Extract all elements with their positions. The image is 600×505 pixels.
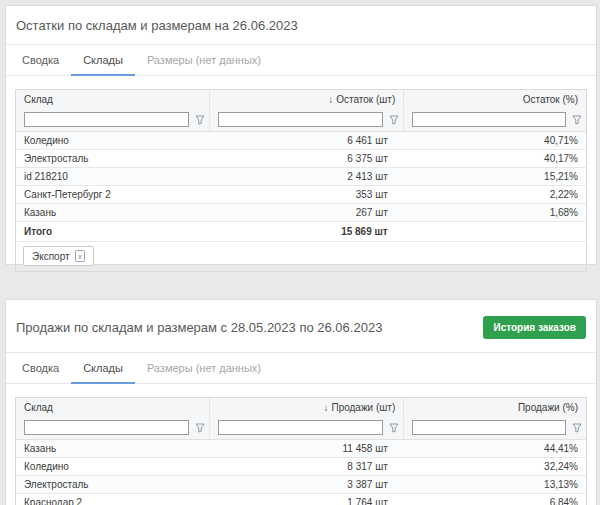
qty-cell: 353 шт <box>210 186 404 204</box>
table-row[interactable]: Казань 267 шт 1,68% <box>16 204 587 222</box>
excel-file-icon: x <box>75 250 85 262</box>
pct-cell: 44,41% <box>404 440 587 458</box>
qty-cell: 3 387 шт <box>210 476 404 494</box>
pct-cell: 15,21% <box>404 168 587 186</box>
column-header-sales-pct[interactable]: Продажи (%) <box>404 398 587 417</box>
pct-cell: 13,13% <box>404 476 587 494</box>
total-label: Итого <box>16 222 210 242</box>
total-row: Итого 15 869 шт <box>16 222 587 242</box>
stock-section-title: Остатки по складам и размерам на 26.06.2… <box>16 18 298 33</box>
stock-filter-row <box>16 109 587 132</box>
warehouse-cell: Санкт-Петербург 2 <box>16 186 210 204</box>
table-row[interactable]: Электросталь 6 375 шт 40,17% <box>16 150 587 168</box>
export-button[interactable]: Экспорт x <box>23 246 94 266</box>
tab-item[interactable]: Сводка <box>10 353 71 384</box>
table-row[interactable]: Коледино 6 461 шт 40,71% <box>16 132 587 150</box>
qty-cell: 267 шт <box>210 204 404 222</box>
warehouse-cell: Коледино <box>16 458 210 476</box>
pct-cell: 40,17% <box>404 150 587 168</box>
warehouse-cell: Коледино <box>16 132 210 150</box>
column-header-label: Остаток (шт) <box>336 94 395 105</box>
svg-text:x: x <box>78 253 82 260</box>
table-row[interactable]: Коледино 8 317 шт 32,24% <box>16 458 587 476</box>
sales-title-row: Продажи по складам и размерам с 28.05.20… <box>6 300 596 352</box>
column-header-label: Продажи (шт) <box>331 402 395 413</box>
total-qty: 15 869 шт <box>210 222 404 242</box>
sales-section-card: Продажи по складам и размерам с 28.05.20… <box>5 299 597 505</box>
pct-cell: 40,71% <box>404 132 587 150</box>
sort-desc-icon: ↓ <box>328 94 333 105</box>
sales-table: Склад ↓ Продажи (шт) Продажи (%) <box>15 397 587 505</box>
pct-cell: 6,84% <box>404 494 587 505</box>
column-header-warehouse[interactable]: Склад <box>16 90 210 109</box>
filter-funnel-icon[interactable] <box>572 115 582 125</box>
warehouse-cell: Казань <box>16 440 210 458</box>
table-row[interactable]: Электросталь 3 387 шт 13,13% <box>16 476 587 494</box>
pct-cell: 2,22% <box>404 186 587 204</box>
sales-header-row: Склад ↓ Продажи (шт) Продажи (%) <box>16 398 587 417</box>
filter-input-sales-qty[interactable] <box>218 420 383 435</box>
warehouse-cell: Краснодар 2 <box>16 494 210 505</box>
column-header-label: Склад <box>24 402 53 413</box>
tab-item[interactable]: Размеры (нет данных) <box>135 353 273 384</box>
filter-funnel-icon[interactable] <box>572 423 582 433</box>
tab-item[interactable]: Склады <box>71 45 135 76</box>
filter-funnel-icon[interactable] <box>195 423 205 433</box>
sales-section-title: Продажи по складам и размерам с 28.05.20… <box>16 320 382 335</box>
column-header-label: Остаток (%) <box>523 94 578 105</box>
export-button-label: Экспорт <box>32 251 70 262</box>
sales-tab-bar: Сводка Склады Размеры (нет данных) <box>6 353 596 384</box>
filter-input-stock-qty[interactable] <box>218 112 383 127</box>
tab-item[interactable]: Склады <box>71 353 135 384</box>
filter-funnel-icon[interactable] <box>389 423 399 433</box>
stock-section-card: Остатки по складам и размерам на 26.06.2… <box>5 5 597 265</box>
tab-item[interactable]: Сводка <box>10 45 71 76</box>
qty-cell: 6 461 шт <box>210 132 404 150</box>
column-header-stock-qty[interactable]: ↓ Остаток (шт) <box>210 90 404 109</box>
total-pct <box>404 222 587 242</box>
filter-input-stock-pct[interactable] <box>412 112 566 127</box>
filter-input-warehouse[interactable] <box>24 420 189 435</box>
warehouse-cell: id 218210 <box>16 168 210 186</box>
order-history-button[interactable]: История заказов <box>483 316 586 339</box>
table-row[interactable]: Санкт-Петербург 2 353 шт 2,22% <box>16 186 587 204</box>
qty-cell: 2 413 шт <box>210 168 404 186</box>
qty-cell: 6 375 шт <box>210 150 404 168</box>
stock-header-row: Склад ↓ Остаток (шт) Остаток (%) <box>16 90 587 109</box>
column-header-warehouse[interactable]: Склад <box>16 398 210 417</box>
pct-cell: 32,24% <box>404 458 587 476</box>
qty-cell: 1 764 шт <box>210 494 404 505</box>
table-row[interactable]: Краснодар 2 1 764 шт 6,84% <box>16 494 587 505</box>
table-row[interactable]: id 218210 2 413 шт 15,21% <box>16 168 587 186</box>
filter-funnel-icon[interactable] <box>389 115 399 125</box>
filter-input-sales-pct[interactable] <box>412 420 566 435</box>
tab-item[interactable]: Размеры (нет данных) <box>135 45 273 76</box>
column-header-stock-pct[interactable]: Остаток (%) <box>404 90 587 109</box>
filter-funnel-icon[interactable] <box>195 115 205 125</box>
warehouse-cell: Электросталь <box>16 150 210 168</box>
qty-cell: 11 458 шт <box>210 440 404 458</box>
pct-cell: 1,68% <box>404 204 587 222</box>
warehouse-cell: Казань <box>16 204 210 222</box>
stock-title-row: Остатки по складам и размерам на 26.06.2… <box>6 6 596 44</box>
warehouse-cell: Электросталь <box>16 476 210 494</box>
column-header-label: Продажи (%) <box>518 402 578 413</box>
stock-table: Склад ↓ Остаток (шт) Остаток (%) <box>15 89 587 272</box>
qty-cell: 8 317 шт <box>210 458 404 476</box>
sales-filter-row <box>16 417 587 440</box>
filter-input-warehouse[interactable] <box>24 112 189 127</box>
column-header-label: Склад <box>24 94 53 105</box>
sort-desc-icon: ↓ <box>323 402 328 413</box>
table-row[interactable]: Казань 11 458 шт 44,41% <box>16 440 587 458</box>
stock-tab-bar: Сводка Склады Размеры (нет данных) <box>6 45 596 76</box>
column-header-sales-qty[interactable]: ↓ Продажи (шт) <box>210 398 404 417</box>
